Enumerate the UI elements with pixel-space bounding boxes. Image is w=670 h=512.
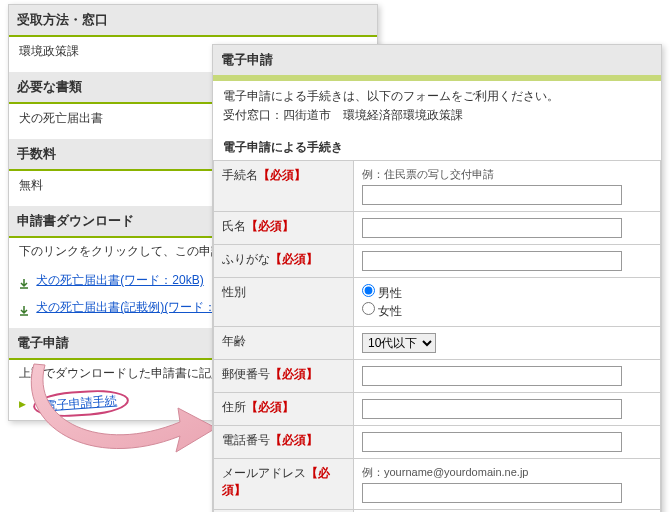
label-email: メールアドレス — [222, 466, 306, 480]
req-mark: 【必須】 — [270, 433, 318, 447]
label-name: 氏名 — [222, 219, 246, 233]
req-mark: 【必須】 — [270, 252, 318, 266]
label-phone: 電話番号 — [222, 433, 270, 447]
req-mark: 【必須】 — [270, 367, 318, 381]
input-phone[interactable] — [362, 432, 622, 452]
radio-female[interactable] — [362, 302, 375, 315]
eapp-link[interactable]: 電子申請手続 — [45, 393, 118, 412]
hint-procname: 例：住民票の写し交付申請 — [362, 167, 652, 182]
radio-male[interactable] — [362, 284, 375, 297]
label-age: 年齢 — [222, 334, 246, 348]
label-kana: ふりがな — [222, 252, 270, 266]
input-name[interactable] — [362, 218, 622, 238]
application-form: 手続名【必須】 例：住民票の写し交付申請 氏名【必須】 ふりがな【必須】 性別 … — [213, 160, 661, 512]
input-email[interactable] — [362, 483, 622, 503]
label-male: 男性 — [378, 286, 402, 300]
label-sex: 性別 — [222, 285, 246, 299]
req-mark: 【必須】 — [258, 168, 306, 182]
bullet-icon: ▶ — [19, 399, 26, 409]
req-mark: 【必須】 — [246, 400, 294, 414]
download-link-1[interactable]: 犬の死亡届出書(ワード：20kB) — [36, 273, 203, 287]
form-intro-1: 電子申請による手続きは、以下のフォームをご利用ください。 — [223, 87, 651, 106]
req-mark: 【必須】 — [246, 219, 294, 233]
section-receipt-title: 受取方法・窓口 — [9, 5, 377, 37]
input-address[interactable] — [362, 399, 622, 419]
input-postal[interactable] — [362, 366, 622, 386]
form-title: 電子申請 — [213, 45, 661, 75]
label-address: 住所 — [222, 400, 246, 414]
download-icon — [19, 276, 29, 286]
right-panel: 電子申請 電子申請による手続きは、以下のフォームをご利用ください。 受付窓口：四… — [212, 44, 662, 512]
input-kana[interactable] — [362, 251, 622, 271]
input-procname[interactable] — [362, 185, 622, 205]
form-subheader: 電子申請による手続き — [213, 131, 661, 160]
download-icon — [19, 303, 29, 313]
form-intro-2: 受付窓口：四街道市 環境経済部環境政策課 — [223, 106, 651, 125]
hint-email: 例：yourname@yourdomain.ne.jp — [362, 465, 652, 480]
eapp-link-highlight: 電子申請手続 — [33, 387, 131, 419]
label-female: 女性 — [378, 304, 402, 318]
label-postal: 郵便番号 — [222, 367, 270, 381]
label-procname: 手続名 — [222, 168, 258, 182]
select-age[interactable]: 10代以下 — [362, 333, 436, 353]
